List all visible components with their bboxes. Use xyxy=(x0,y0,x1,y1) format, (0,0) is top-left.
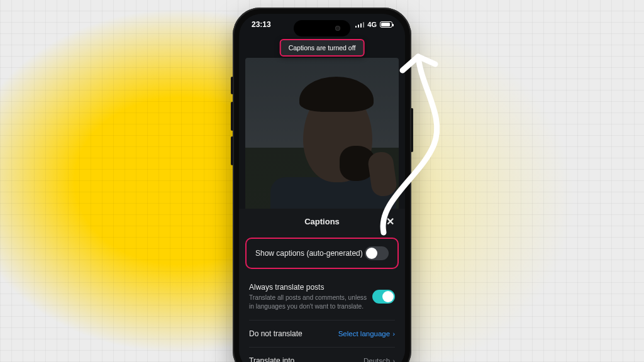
always-translate-label: Always translate posts xyxy=(249,283,372,292)
video-thumbnail xyxy=(245,58,399,221)
captions-off-toast: Captions are turned off xyxy=(280,39,365,57)
phone-screen: 23:13 4G Captions are turned off Caption… xyxy=(239,14,405,362)
always-translate-toggle[interactable] xyxy=(372,290,395,304)
show-captions-toggle[interactable] xyxy=(365,246,389,260)
side-button xyxy=(231,136,233,165)
phone-frame: 23:13 4G Captions are turned off Caption… xyxy=(233,8,411,362)
show-captions-row[interactable]: Show captions (auto-generated) xyxy=(245,238,399,269)
select-language-button[interactable]: Select language › xyxy=(338,330,395,337)
translate-into-label: Translate into xyxy=(249,356,294,362)
do-not-translate-row[interactable]: Do not translate Select language › xyxy=(239,322,405,346)
side-button xyxy=(231,102,233,131)
always-translate-sub: Translate all posts and comments, unless… xyxy=(249,293,372,311)
side-button xyxy=(231,77,233,94)
sheet-title: Captions xyxy=(304,217,340,226)
chevron-right-icon: › xyxy=(392,357,395,362)
network-label: 4G xyxy=(367,21,377,28)
signal-icon xyxy=(355,21,365,28)
always-translate-row[interactable]: Always translate posts Translate all pos… xyxy=(239,273,405,319)
stage: 23:13 4G Captions are turned off Caption… xyxy=(0,0,644,362)
status-time: 23:13 xyxy=(252,20,271,29)
do-not-translate-label: Do not translate xyxy=(249,329,303,338)
captions-sheet: Captions ✕ Show captions (auto-generated… xyxy=(239,209,405,362)
divider xyxy=(249,347,395,348)
divider xyxy=(249,320,395,321)
dynamic-island xyxy=(294,20,350,36)
sheet-header: Captions ✕ xyxy=(239,209,405,234)
do-not-translate-value: Select language xyxy=(338,330,390,337)
battery-icon xyxy=(380,21,392,28)
chevron-right-icon: › xyxy=(392,330,395,337)
show-captions-label: Show captions (auto-generated) xyxy=(255,249,363,258)
translate-into-value: Deutsch xyxy=(364,357,390,362)
translate-into-row[interactable]: Translate into Deutsch › xyxy=(239,349,405,362)
close-icon[interactable]: ✕ xyxy=(384,215,396,228)
side-button xyxy=(411,108,413,152)
translate-into-button[interactable]: Deutsch › xyxy=(364,357,395,362)
